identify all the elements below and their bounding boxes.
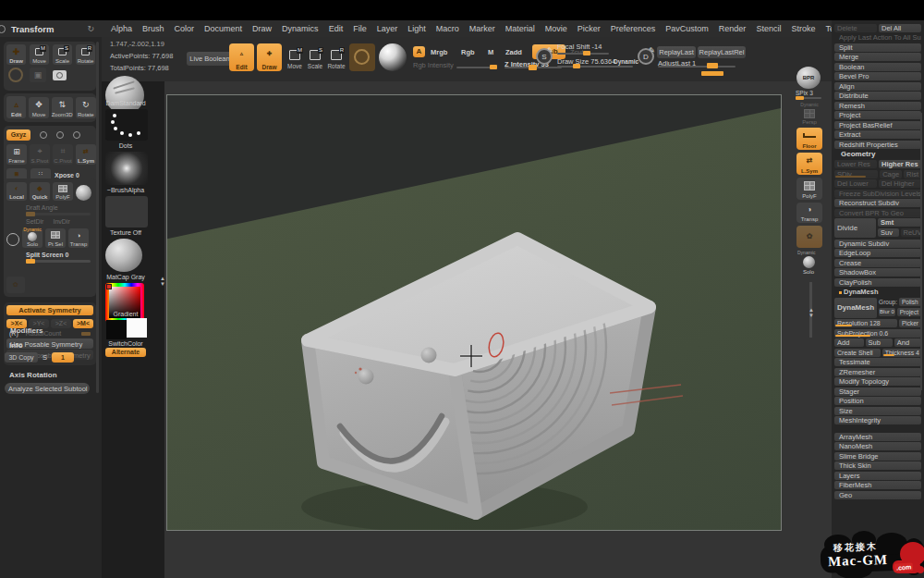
cage-button[interactable]: Cage [880,170,902,178]
del-lower-button[interactable]: Del Lower [834,179,877,188]
z-intensity-handle[interactable] [529,65,537,70]
reuv-button[interactable]: ReUV [901,228,921,237]
suv-toggle[interactable]: Suv [878,228,898,237]
edit-mode-button[interactable]: ▵ Edit [229,43,254,71]
tool-action-button[interactable]: Remesh [834,102,921,110]
lower-res-button[interactable]: Lower Res [834,160,877,168]
sym-m-button[interactable]: >M< [73,319,93,328]
polyframe-button[interactable]: PolyF [53,182,73,201]
move-button[interactable]: M Move [30,44,49,65]
picker-button[interactable]: Picker [899,319,921,327]
section-header[interactable]: Dynamic Subdiv [834,240,921,248]
subprojection-slider[interactable]: SubProjection 0.6 [834,329,921,338]
brush-thumbnail[interactable] [349,43,375,71]
menu-item[interactable]: Alpha [111,24,132,33]
polish-toggle[interactable]: Polish [899,298,921,306]
higher-res-button[interactable]: Higher Res [879,160,921,168]
transform-palette-header[interactable]: Transform ↻ [0,20,102,37]
resolution-slider[interactable]: Resolution 128 [834,319,897,327]
gxyz-button[interactable]: Gxyz [6,129,30,141]
tool-action-button[interactable]: Split [834,43,921,52]
tool-action-button[interactable]: Merge [834,53,921,61]
add-toggle[interactable]: Add [834,338,864,347]
alternate-button[interactable]: Alternate [105,348,146,357]
replay-last-rel-button[interactable]: ReplayLastRel [698,46,746,58]
material-a-toggle[interactable]: A [413,46,425,57]
set-pivot-button[interactable]: ⌖S.Pivot [30,144,50,165]
section-header[interactable]: Layers [834,472,921,480]
del-all-button[interactable]: Del All [879,24,921,32]
tool-action-button[interactable]: Distribute [834,92,921,100]
secondary-color-swatch[interactable] [127,318,147,338]
frame-button[interactable]: ⊞Frame [6,144,27,165]
current-alpha-thumb[interactable] [105,152,148,185]
draw-button[interactable]: ✚ Draw [6,44,26,65]
menu-item[interactable]: Preferences [611,24,656,33]
rgb-button[interactable]: Rgb [461,48,475,56]
section-header[interactable]: FiberMesh [834,481,921,489]
section-header[interactable]: Tessimate [834,358,921,366]
main-color-swatch[interactable] [106,320,127,339]
palette-refresh-icon[interactable]: ↻ [87,24,94,33]
m-button[interactable]: M [488,48,493,56]
depth-dial[interactable]: D✎ [638,48,654,65]
section-header[interactable]: EdgeLoop [834,249,921,257]
tool-action-button[interactable]: Align [834,82,921,91]
zoom-icon[interactable] [40,131,47,139]
menu-item[interactable]: Dynamics [282,24,319,33]
sculpted-cube[interactable] [308,239,650,513]
local-sym-button[interactable]: ⇄L.Sym [76,144,96,165]
radial-count-handle[interactable] [81,332,91,336]
edit-button[interactable]: ▵ Edit [6,96,26,118]
draw-size-slider[interactable] [557,66,633,68]
section-header[interactable]: Stager [834,387,921,396]
section-header[interactable]: Thick Skin [834,461,921,470]
apply-last-action-button[interactable]: Apply Last Action To All Subtoo [834,33,921,42]
pt-sel-button[interactable]: Pt Sel [45,228,66,248]
material-quick-pick[interactable] [379,43,407,71]
local-symmetry-button[interactable]: ⇄ L.Sym [796,153,822,175]
draw-size-handle[interactable] [573,64,580,68]
menu-item[interactable]: Movie [545,24,567,33]
section-header[interactable]: Crease [834,259,921,267]
reconstruct-subdiv-button[interactable]: Reconstruct Subdiv [834,199,921,207]
tool-action-button[interactable]: Project [834,111,921,119]
dynamic-label[interactable]: Dynamic [614,58,638,65]
floor-button[interactable]: Floor [796,128,822,150]
activate-symmetry-button[interactable]: Activate Symmetry [6,305,93,315]
rotate-canvas-button[interactable]: ↻Rotate [76,97,96,118]
current-material-thumb[interactable] [105,239,142,272]
rist-button[interactable]: Rist [904,170,921,178]
menu-item[interactable]: Draw [252,24,272,33]
info-header[interactable]: Info [9,341,23,350]
del-higher-button[interactable]: Del Higher [879,179,921,188]
stroke-dial[interactable]: S✎ [536,48,553,65]
adjust-last-handle[interactable] [707,63,718,68]
tool-action-button[interactable]: Boolean [834,63,921,71]
current-texture-thumb[interactable] [105,196,148,228]
rotate-button[interactable]: R Rotate [76,44,95,65]
move-mode-button[interactable]: M Move [286,46,304,70]
gyro-icon[interactable] [6,233,19,246]
section-header[interactable]: Geo [834,491,921,499]
geometry-header[interactable]: Geometry [832,149,924,159]
menu-item[interactable]: Edit [329,24,344,33]
edit-object-button[interactable]: ▣ [30,68,46,82]
section-header[interactable]: ZRemesher [834,368,921,376]
snapshot-camera-icon[interactable] [53,70,67,80]
section-header[interactable]: ShadowBox [834,268,921,277]
brush-radius-icon[interactable] [8,68,23,82]
draw-mode-button[interactable]: ✚ Draw [257,43,282,71]
local-button[interactable]: ◐Local [6,182,27,201]
solo-button[interactable]: Dynamic Solo [22,228,43,248]
spix-handle[interactable] [796,96,804,100]
copy-3d-button[interactable]: 3D Copy [5,352,38,363]
blur-slider[interactable]: Blur 0 [879,308,895,316]
mrgb-button[interactable]: Mrgb [431,48,447,56]
dynamesh-button[interactable]: DynaMesh [834,298,877,318]
solo-shelf-button[interactable]: Solo [796,255,821,276]
tool-action-button[interactable]: Redshift Properties [834,141,921,149]
menu-item[interactable]: Color [175,24,195,33]
ghost-shelf-button[interactable]: ✿ [796,226,822,248]
axis-rotation-header[interactable]: Axis Rotation [9,371,57,379]
